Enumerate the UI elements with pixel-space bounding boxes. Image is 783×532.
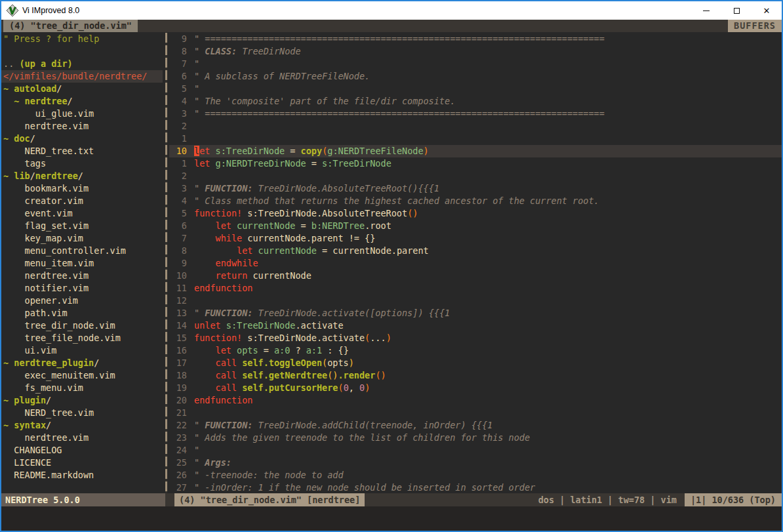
tree-item[interactable]: " Press ? for help [1,33,163,45]
tree-item[interactable]: ~ doc/ [1,133,163,145]
code-line[interactable]: 3" FUNCTION: TreeDirNode.AbsoluteTreeRoo… [169,182,782,195]
line-number: 24 [169,444,187,457]
code-line[interactable]: 20endfunction [169,394,782,407]
line-number: 1 [169,157,187,170]
code-line[interactable]: 8" CLASS: TreeDirNode [169,45,782,58]
tree-item[interactable]: nerdtree.vim [1,120,163,133]
tree-item[interactable]: ~ nerdtree/ [1,95,163,108]
code-line[interactable]: 9" =====================================… [169,33,782,45]
line-number: 10 [169,270,187,282]
tree-item[interactable]: menu_controller.vim [1,245,163,257]
code-line[interactable]: 12 [169,295,782,307]
code-line[interactable]: 6 let currentNode = b:NERDTree.root [169,220,782,232]
tree-item[interactable]: README.markdown [1,469,163,481]
line-text: " The 'composite' part of the file/dir c… [194,95,782,108]
tree-item[interactable]: menu_item.vim [1,257,163,270]
code-line-current[interactable]: 10let s:TreeDirNode = copy(g:NERDTreeFil… [169,145,782,157]
code-line[interactable]: 3" =====================================… [169,108,782,120]
line-text: let s:TreeDirNode = copy(g:NERDTreeFileN… [194,145,782,157]
tree-item[interactable]: NERD_tree.txt [1,145,163,157]
code-line[interactable]: 11endfunction [169,282,782,295]
tree-item[interactable]: .. (up a dir) [1,58,163,70]
buffers-label[interactable]: BUFFERS [728,20,782,32]
tree-item[interactable]: ui.vim [1,344,163,357]
code-line[interactable]: 5" [169,83,782,95]
code-line[interactable]: 22" FUNCTION: TreeDirNode.addChild(treen… [169,419,782,432]
line-number: 27 [169,481,187,493]
line-text: " FUNCTION: TreeDirNode.AbsoluteTreeRoot… [194,182,782,195]
code-line[interactable]: 18 call self.getNerdtree().render() [169,369,782,382]
code-line[interactable]: 24" [169,444,782,457]
statusline-nerdtree-version: NERDTree 5.0.0 [1,493,165,506]
tree-item[interactable]: ui_glue.vim [1,108,163,120]
code-line[interactable]: 5function! s:TreeDirNode.AbsoluteTreeRoo… [169,207,782,220]
tree-item[interactable]: ~ plugin/ [1,394,163,407]
line-number: 2 [169,120,187,133]
tree-item[interactable]: nerdtree.vim [1,270,163,282]
code-line[interactable]: 4" Class method that returns the highest… [169,195,782,207]
line-text: " FUNCTION: TreeDirNode.addChild(treenod… [194,419,782,432]
tree-item[interactable]: flag_set.vim [1,220,163,232]
code-line[interactable]: 27" -inOrder: 1 if the new node should b… [169,481,782,493]
window-title: Vi IMproved 8.0 [22,6,691,15]
code-line[interactable]: 19 call self.putCursorHere(0, 0) [169,382,782,394]
code-line[interactable]: 9 endwhile [169,257,782,270]
code-line[interactable]: 23" Adds the given treenode to the list … [169,432,782,444]
line-text: function! s:TreeDirNode.activate(...) [194,332,782,344]
tree-root-path[interactable]: </vimfiles/bundle/nerdtree/ [1,70,163,83]
code-line[interactable]: 21 [169,407,782,419]
line-text [194,295,782,307]
tree-item[interactable]: ~ lib/nerdtree/ [1,170,163,182]
code-line[interactable]: 1 [169,133,782,145]
code-line[interactable]: 7" [169,58,782,70]
line-number: 5 [169,83,187,95]
code-line[interactable]: 2 [169,170,782,182]
tree-item[interactable]: fs_menu.vim [1,382,163,394]
line-number: 4 [169,195,187,207]
tree-item[interactable]: NERD_tree.vim [1,407,163,419]
code-line[interactable]: 7 while currentNode.parent != {} [169,232,782,245]
minimize-button[interactable] [691,1,721,20]
separator-dashes [165,33,167,493]
code-line[interactable]: 13" FUNCTION: TreeDirNode.activate([opti… [169,307,782,319]
tree-item[interactable]: notifier.vim [1,282,163,295]
tree-item[interactable]: tree_dir_node.vim [1,319,163,332]
code-line[interactable]: 25" Args: [169,457,782,469]
tree-item[interactable]: tree_file_node.vim [1,332,163,344]
code-line[interactable]: 15function! s:TreeDirNode.activate(...) [169,332,782,344]
window-separator[interactable] [163,32,169,493]
code-line[interactable]: 14unlet s:TreeDirNode.activate [169,319,782,332]
tree-item[interactable]: event.vim [1,207,163,220]
tree-item[interactable]: path.vim [1,307,163,319]
tree-item[interactable]: tags [1,157,163,170]
tree-item[interactable]: ~ nerdtree_plugin/ [1,357,163,369]
line-text: " Adds the given treenode to the list of… [194,432,782,444]
code-line[interactable]: 2 [169,120,782,133]
close-button[interactable]: ✕ [752,1,782,20]
code-line[interactable]: 17 call self.toggleOpen(opts) [169,357,782,369]
code-line[interactable]: 8 let currentNode = currentNode.parent [169,245,782,257]
tree-item[interactable]: exec_menuitem.vim [1,369,163,382]
line-text: call self.toggleOpen(opts) [194,357,782,369]
code-line[interactable]: 16 let opts = a:0 ? a:1 : {} [169,344,782,357]
tree-item[interactable] [1,45,163,58]
tree-item[interactable]: bookmark.vim [1,182,163,195]
tree-item[interactable]: CHANGELOG [1,444,163,457]
code-line[interactable]: 4" The 'composite' part of the file/dir … [169,95,782,108]
code-line[interactable]: 26" -treenode: the node to add [169,469,782,481]
tree-item[interactable]: LICENCE [1,457,163,469]
tree-item[interactable]: ~ syntax/ [1,419,163,432]
tree-item[interactable]: creator.vim [1,195,163,207]
tree-item[interactable]: key_map.vim [1,232,163,245]
maximize-button[interactable] [721,1,752,20]
code-line[interactable]: 6" A subclass of NERDTreeFileNode. [169,70,782,83]
line-text: unlet s:TreeDirNode.activate [194,319,782,332]
code-line[interactable]: 1let g:NERDTreeDirNode = s:TreeDirNode [169,157,782,170]
line-text: endfunction [194,394,782,407]
tree-item[interactable]: opener.vim [1,295,163,307]
tree-item[interactable]: nerdtree.vim [1,432,163,444]
tab-current-buffer[interactable]: (4) "tree_dir_node.vim" [3,20,138,32]
tree-item[interactable]: ~ autoload/ [1,83,163,95]
code-line[interactable]: 10 return currentNode [169,270,782,282]
command-line-area[interactable] [1,506,782,531]
